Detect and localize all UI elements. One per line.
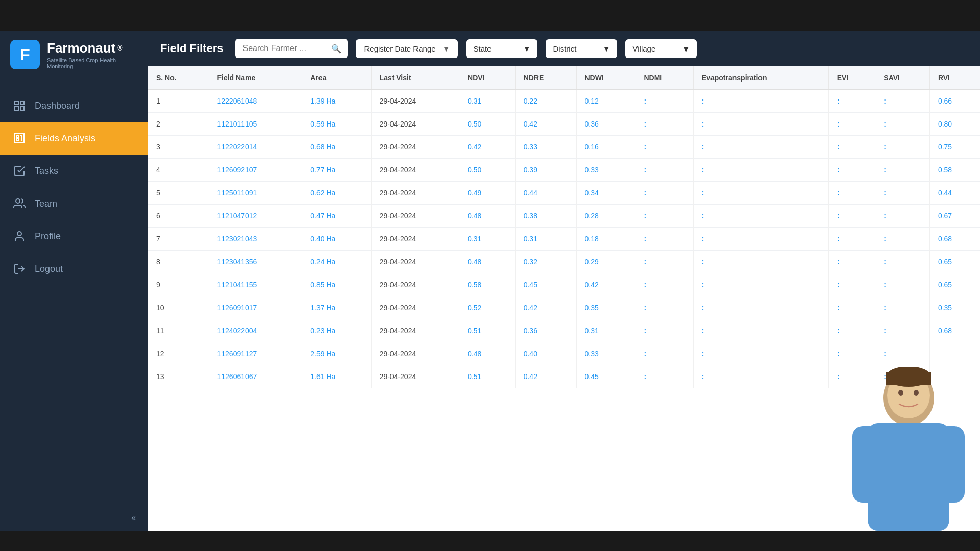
sidebar-item-fields-analysis[interactable]: Fields Analysis [0, 122, 148, 155]
sidebar-item-profile[interactable]: Profile [0, 220, 148, 253]
cell-area: 0.47 Ha [302, 205, 371, 228]
sidebar-logo: F Farmonaut ® Satellite Based Crop Healt… [0, 31, 148, 79]
cell-ndmi: : [635, 89, 693, 113]
cell-rvi: 0.44 [929, 182, 980, 205]
search-farmer-input[interactable] [235, 39, 348, 58]
cell-last-visit: 29-04-2024 [371, 296, 459, 319]
cell-area: 0.68 Ha [302, 136, 371, 159]
cell-savi: : [875, 273, 930, 296]
cell-ndvi: 0.31 [459, 228, 516, 251]
table-row: 12 1126091127 2.59 Ha 29-04-2024 0.48 0.… [148, 342, 980, 365]
sidebar: F Farmonaut ® Satellite Based Crop Healt… [0, 31, 148, 531]
village-dropdown[interactable]: Village ▼ [625, 39, 697, 58]
cell-ndwi: 0.42 [576, 273, 635, 296]
sidebar-item-team[interactable]: Team [0, 187, 148, 220]
cell-sno: 11 [148, 319, 209, 342]
cell-field-name: 1222061048 [209, 89, 302, 113]
logo-name-text: Farmonaut [47, 40, 115, 56]
cell-field-name: 1122022014 [209, 136, 302, 159]
sidebar-item-label-team: Team [35, 198, 57, 209]
sidebar-collapse-button[interactable]: « [0, 505, 148, 531]
sidebar-item-dashboard[interactable]: Dashboard [0, 89, 148, 122]
cell-area: 0.40 Ha [302, 228, 371, 251]
col-area: Area [302, 66, 371, 89]
date-range-arrow: ▼ [443, 44, 450, 53]
cell-savi: : [875, 251, 930, 273]
cell-area: 0.24 Ha [302, 251, 371, 273]
cell-last-visit: 29-04-2024 [371, 205, 459, 228]
cell-last-visit: 29-04-2024 [371, 273, 459, 296]
cell-evi: : [828, 319, 875, 342]
cell-area: 0.85 Ha [302, 273, 371, 296]
cell-ndre: 0.45 [515, 273, 576, 296]
sidebar-item-logout[interactable]: Logout [0, 253, 148, 285]
cell-savi: : [875, 113, 930, 136]
cell-field-name: 1126061067 [209, 365, 302, 388]
table-header: S. No. Field Name Area Last Visit NDVI N… [148, 66, 980, 89]
cell-ndre: 0.32 [515, 251, 576, 273]
cell-ndvi: 0.48 [459, 342, 516, 365]
cell-sno: 4 [148, 159, 209, 182]
cell-rvi: 0.67 [929, 205, 980, 228]
cell-evi: : [828, 342, 875, 365]
cell-rvi: 0.75 [929, 136, 980, 159]
cell-ndmi: : [635, 159, 693, 182]
date-range-button[interactable]: Register Date Range ▼ [356, 39, 458, 58]
cell-ndwi: 0.35 [576, 296, 635, 319]
cell-evap: : [693, 296, 828, 319]
cell-area: 0.77 Ha [302, 159, 371, 182]
table-container: S. No. Field Name Area Last Visit NDVI N… [148, 66, 980, 531]
cell-evap: : [693, 182, 828, 205]
cell-ndwi: 0.18 [576, 228, 635, 251]
cell-area: 1.39 Ha [302, 89, 371, 113]
cell-sno: 7 [148, 228, 209, 251]
district-label: District [553, 44, 576, 53]
cell-ndre: 0.33 [515, 136, 576, 159]
cell-last-visit: 29-04-2024 [371, 319, 459, 342]
cell-ndvi: 0.51 [459, 365, 516, 388]
svg-point-4 [16, 199, 20, 203]
col-ndvi: NDVI [459, 66, 516, 89]
cell-area: 1.61 Ha [302, 365, 371, 388]
cell-rvi: 0.58 [929, 159, 980, 182]
logo-subtitle: Satellite Based Crop Health Monitoring [47, 57, 138, 69]
cell-ndmi: : [635, 205, 693, 228]
bottom-bar [0, 531, 980, 551]
cell-ndmi: : [635, 228, 693, 251]
cell-area: 2.59 Ha [302, 342, 371, 365]
main-content: Field Filters 🔍 Register Date Range ▼ St… [148, 31, 980, 531]
cell-ndre: 0.22 [515, 89, 576, 113]
cell-evi: : [828, 136, 875, 159]
logo-icon: F [10, 40, 40, 69]
cell-ndre: 0.36 [515, 319, 576, 342]
cell-sno: 2 [148, 113, 209, 136]
cell-last-visit: 29-04-2024 [371, 182, 459, 205]
logo-text: Farmonaut ® Satellite Based Crop Health … [47, 40, 138, 69]
village-arrow: ▼ [682, 44, 690, 53]
table-row: 2 1121011105 0.59 Ha 29-04-2024 0.50 0.4… [148, 113, 980, 136]
cell-ndre: 0.44 [515, 182, 576, 205]
cell-ndmi: : [635, 113, 693, 136]
district-dropdown[interactable]: District ▼ [546, 39, 617, 58]
cell-ndmi: : [635, 342, 693, 365]
sidebar-item-label-fields-analysis: Fields Analysis [35, 133, 95, 144]
cell-sno: 9 [148, 273, 209, 296]
svg-rect-2 [20, 107, 24, 110]
profile-icon [12, 229, 27, 243]
cell-area: 0.62 Ha [302, 182, 371, 205]
cell-ndmi: : [635, 182, 693, 205]
table-row: 9 1121041155 0.85 Ha 29-04-2024 0.58 0.4… [148, 273, 980, 296]
logout-icon [12, 262, 27, 276]
cell-evap: : [693, 89, 828, 113]
cell-rvi: 0.68 [929, 228, 980, 251]
cell-sno: 8 [148, 251, 209, 273]
cell-ndmi: : [635, 251, 693, 273]
sidebar-item-tasks[interactable]: Tasks [0, 155, 148, 187]
cell-evi: : [828, 251, 875, 273]
cell-ndmi: : [635, 136, 693, 159]
cell-ndwi: 0.12 [576, 89, 635, 113]
cell-last-visit: 29-04-2024 [371, 136, 459, 159]
state-dropdown[interactable]: State ▼ [466, 39, 537, 58]
cell-field-name: 1125011091 [209, 182, 302, 205]
svg-rect-1 [20, 101, 24, 105]
